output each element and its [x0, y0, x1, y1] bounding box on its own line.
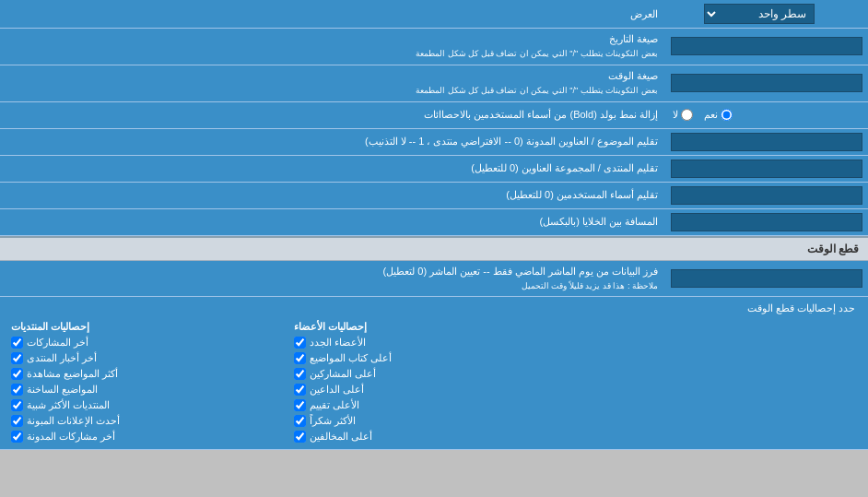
cb-hot-topics[interactable]: المواضيع الساخنة [9, 383, 292, 396]
topic-order-input-cell: 33 [665, 129, 868, 155]
cb-latest-announcements[interactable]: أحدث الإعلانات المبونة [9, 414, 292, 428]
checkboxes-main-label: حدد إحصاليات قطع الوقت [9, 302, 859, 314]
display-label: العرض [7, 8, 658, 20]
cb-most-thanked-input[interactable] [294, 415, 306, 427]
cutoff-section-header: قطع الوقت [0, 236, 868, 261]
col1-forums: إحصاليات المنتديات أخر المشاركات أخر أخب… [9, 320, 292, 444]
cb-most-thanked[interactable]: الأكثر شكراً [292, 414, 575, 428]
checkboxes-section: حدد إحصاليات قطع الوقت إحصاليات المنتديا… [0, 297, 868, 450]
main-container: العرض سطر واحد سطرين ثلاثة أسطر صيغة الت… [0, 0, 868, 450]
time-format-row: صيغة الوقتبعض التكوينات يتطلب "/" التي ي… [0, 65, 868, 102]
time-format-input-cell: H:i [665, 65, 868, 101]
time-format-input[interactable]: H:i [671, 74, 862, 92]
cell-spacing-row: المسافة بين الخلايا (بالبكسل) 2 [0, 209, 868, 236]
col2-header: إحصاليات الأعضاء [292, 320, 575, 334]
bold-stats-row: إزالة نمط بولد (Bold) من أسماء المستخدمي… [0, 102, 868, 129]
time-format-label: صيغة الوقتبعض التكوينات يتطلب "/" التي ي… [0, 65, 665, 101]
cb-top-rated-input[interactable] [294, 399, 306, 411]
col1-header: إحصاليات المنتديات [9, 320, 292, 334]
forum-order-label: تقليم المنتدى / المجموعة العناوين (0 للت… [0, 156, 665, 182]
user-names-label: تقليم أسماء المستخدمين (0 للتعطيل) [0, 183, 665, 208]
cb-top-violators[interactable]: أعلى المخالفين [292, 430, 575, 444]
radio-no-label[interactable]: لا [673, 109, 693, 121]
cb-top-callers-input[interactable] [294, 384, 306, 396]
cb-most-viewed[interactable]: أكثر المواضيع مشاهدة [9, 367, 292, 381]
cb-most-viewed-input[interactable] [11, 368, 23, 380]
date-format-label: صيغة التاريخبعض التكوينات يتطلب "/" التي… [0, 29, 665, 65]
cb-hot-topics-input[interactable] [11, 384, 23, 396]
cb-top-authors-input[interactable] [294, 352, 306, 364]
user-names-input[interactable]: 0 [671, 186, 862, 205]
topic-order-row: تقليم الموضوع / العناوين المدونة (0 -- ا… [0, 129, 868, 156]
display-select[interactable]: سطر واحد سطرين ثلاثة أسطر [704, 4, 815, 24]
cb-blog-posts-input[interactable] [11, 431, 23, 443]
cutoff-input-cell: 0 [665, 261, 868, 297]
cell-spacing-label: المسافة بين الخلايا (بالبكسل) [0, 209, 665, 235]
cb-similar-forums[interactable]: المنتديات الأكثر شبية [9, 398, 292, 412]
cutoff-label: فرز البيانات من يوم الماشر الماضي فقط --… [0, 261, 665, 297]
forum-order-input-cell: 33 [665, 156, 868, 182]
col3-label [576, 320, 859, 444]
cutoff-row: فرز البيانات من يوم الماشر الماضي فقط --… [0, 261, 868, 298]
cb-similar-forums-input[interactable] [11, 399, 23, 411]
user-names-row: تقليم أسماء المستخدمين (0 للتعطيل) 0 [0, 183, 868, 209]
bold-stats-radio-cell: نعم لا [665, 102, 868, 128]
checkboxes-grid: إحصاليات المنتديات أخر المشاركات أخر أخب… [9, 320, 859, 444]
cell-spacing-input-cell: 2 [665, 209, 868, 235]
bold-stats-label: إزالة نمط بولد (Bold) من أسماء المستخدمي… [0, 102, 665, 128]
cutoff-input[interactable]: 0 [671, 269, 862, 288]
user-names-input-cell: 0 [665, 183, 868, 208]
cb-top-authors[interactable]: أعلى كتاب المواضيع [292, 351, 575, 365]
date-format-input-cell: d-m [665, 29, 868, 65]
topic-order-label: تقليم الموضوع / العناوين المدونة (0 -- ا… [0, 129, 665, 155]
cb-top-rated[interactable]: الأعلى تقييم [292, 398, 575, 412]
cell-spacing-input[interactable]: 2 [671, 213, 862, 231]
col2-members: إحصاليات الأعضاء الأعضاء الجدد أعلى كتاب… [292, 320, 575, 444]
cb-forum-news-input[interactable] [11, 352, 23, 364]
checkboxes-header-row: حدد إحصاليات قطع الوقت [9, 302, 859, 314]
cb-blog-posts[interactable]: أخر مشاركات المدونة [9, 430, 292, 444]
cb-latest-announcements-input[interactable] [11, 415, 23, 427]
cb-top-participants-input[interactable] [294, 368, 306, 380]
cb-top-participants[interactable]: أعلى المشاركين [292, 367, 575, 381]
cb-forum-news[interactable]: أخر أخبار المنتدى [9, 351, 292, 365]
display-row: العرض سطر واحد سطرين ثلاثة أسطر [0, 0, 868, 29]
radio-no[interactable] [681, 109, 693, 121]
display-input-cell: سطر واحد سطرين ثلاثة أسطر [658, 4, 861, 24]
cb-top-callers[interactable]: أعلى الداعين [292, 383, 575, 396]
date-format-input[interactable]: d-m [671, 37, 862, 55]
cb-last-posts-input[interactable] [11, 337, 23, 349]
cb-new-members[interactable]: الأعضاء الجدد [292, 336, 575, 349]
cb-last-posts[interactable]: أخر المشاركات [9, 336, 292, 349]
radio-yes-label[interactable]: نعم [704, 109, 733, 121]
forum-order-input[interactable]: 33 [671, 160, 862, 178]
cb-top-violators-input[interactable] [294, 431, 306, 443]
radio-yes[interactable] [721, 109, 733, 121]
forum-order-row: تقليم المنتدى / المجموعة العناوين (0 للت… [0, 156, 868, 183]
date-format-row: صيغة التاريخبعض التكوينات يتطلب "/" التي… [0, 29, 868, 65]
topic-order-input[interactable]: 33 [671, 133, 862, 151]
cb-new-members-input[interactable] [294, 337, 306, 349]
